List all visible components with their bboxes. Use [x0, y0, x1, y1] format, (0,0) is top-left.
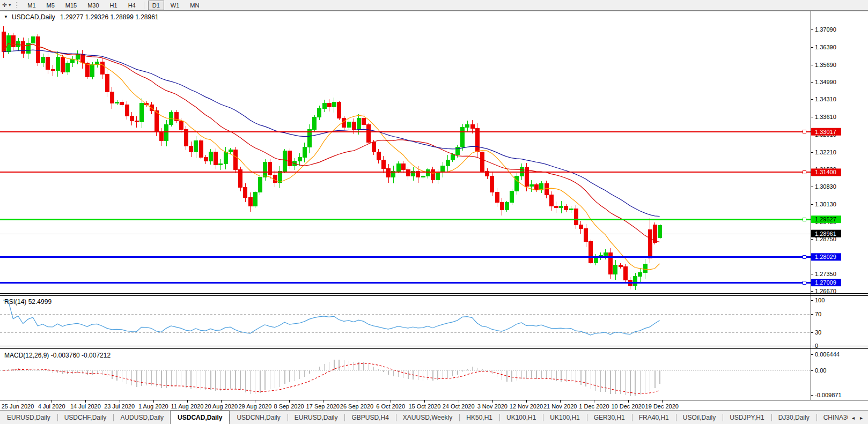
- rsi-tick-label: 100: [815, 297, 825, 303]
- tab-uk100-h1-1[interactable]: UK100,H1: [499, 411, 543, 424]
- candle-body: [258, 177, 262, 192]
- candle-body: [61, 57, 64, 72]
- tab-usoil-daily[interactable]: USOil,Daily: [676, 411, 723, 424]
- price-tick-label: 1.27350: [815, 271, 836, 277]
- tab-scroll-right-icon[interactable]: ▸: [860, 415, 863, 421]
- tab-usdchf-daily[interactable]: USDCHF,Daily: [57, 411, 114, 424]
- candle-body: [643, 264, 647, 272]
- tab-gbpusd-h4[interactable]: GBPUSD,H4: [344, 411, 395, 424]
- toolbar-grip-icon[interactable]: [16, 2, 18, 9]
- tab-eurusd-daily-1[interactable]: EURUSD,Daily: [0, 411, 57, 424]
- chart-canvas[interactable]: ▼ USDCAD,Daily 1.29277 1.29326 1.28899 1…: [0, 11, 868, 410]
- timeframe-d1-button[interactable]: D1: [148, 1, 164, 10]
- hline-handle[interactable]: [803, 170, 806, 174]
- candle-body: [470, 124, 474, 128]
- hline-price-label: 1.28029: [815, 254, 836, 260]
- candle-body: [500, 203, 504, 210]
- cursor-tool-icon[interactable]: ✛: [2, 2, 7, 8]
- candle-body: [66, 63, 70, 72]
- tab-audusd-daily[interactable]: AUDUSD,Daily: [113, 411, 171, 424]
- macd-indicator-label: MACD(12,26,9) -0.003760 -0.007212: [4, 352, 111, 359]
- tab-uk100-h1-2[interactable]: UK100,H1: [543, 411, 586, 424]
- tab-scroll-left-icon[interactable]: ◂: [852, 415, 855, 421]
- candle-body: [318, 108, 321, 117]
- candle-body: [46, 57, 50, 69]
- macd-tick-label: 0.006444: [815, 351, 840, 358]
- date-tick-label: 14 Jul 2020: [70, 403, 101, 410]
- date-tick-label: 11 Aug 2020: [171, 403, 204, 410]
- chart-context-arrow-icon[interactable]: ▼: [4, 14, 8, 19]
- price-tick-label: 1.33610: [815, 114, 836, 120]
- date-tick-label: 12 Nov 2020: [510, 403, 543, 410]
- price-tick-label: 1.32210: [815, 149, 836, 155]
- hline-handle[interactable]: [803, 255, 806, 258]
- tab-eurusd-daily-2[interactable]: EURUSD,Daily: [288, 411, 345, 424]
- timeframe-m15-button[interactable]: M15: [61, 1, 81, 10]
- tab-hk50-h1[interactable]: HK50,H1: [459, 411, 499, 424]
- candle-body: [451, 155, 454, 160]
- drawn-objects-layer[interactable]: [0, 130, 811, 284]
- date-tick-label: 19 Dec 2020: [645, 403, 679, 410]
- candle-body: [619, 265, 622, 266]
- tab-usdcad-daily[interactable]: USDCAD,Daily: [170, 411, 230, 424]
- candle-body: [229, 150, 232, 152]
- tab-usdjpy-h1[interactable]: USDJPY,H1: [723, 411, 771, 424]
- hline-handle[interactable]: [803, 281, 806, 284]
- price-tick-label: 1.30830: [815, 183, 836, 190]
- rsi-tick-label: 0: [815, 343, 818, 349]
- price-tick-label: 1.34990: [815, 79, 836, 85]
- tab-usdcnh-daily[interactable]: USDCNH,Daily: [230, 411, 287, 424]
- candle-body: [584, 229, 588, 241]
- candle-body: [303, 147, 306, 158]
- candle-body: [589, 241, 593, 263]
- candle-body: [564, 206, 568, 210]
- timeframe-h4-button[interactable]: H4: [124, 1, 140, 10]
- ma-line-50: [3, 50, 660, 216]
- timeframe-w1-button[interactable]: W1: [166, 1, 184, 10]
- timeframe-m1-button[interactable]: M1: [23, 1, 40, 10]
- candle-body: [658, 226, 662, 237]
- tab-label: AUDUSD,Daily: [120, 414, 164, 421]
- candle-body: [189, 146, 193, 152]
- candle-body: [263, 162, 267, 177]
- chevron-down-icon[interactable]: ▾: [9, 3, 11, 8]
- hline-handle[interactable]: [803, 218, 806, 221]
- candle-body: [298, 157, 301, 161]
- timeframe-h1-button[interactable]: H1: [106, 1, 122, 10]
- hline-handle[interactable]: [803, 130, 806, 133]
- tab-ger30-h1[interactable]: GER30,H1: [587, 411, 632, 424]
- timeframe-toolbar: ✛ ▾ M1 M5 M15 M30 H1 H4 D1 W1 MN: [0, 0, 868, 11]
- timeframe-mn-button[interactable]: MN: [186, 1, 203, 10]
- candle-body: [244, 188, 247, 198]
- candle-body: [347, 122, 351, 127]
- candle-body: [150, 105, 153, 111]
- candle-body: [253, 192, 257, 206]
- candle-body: [480, 152, 484, 171]
- candle-body: [495, 192, 499, 203]
- candle-body: [130, 116, 134, 121]
- chart-title-ohlc: 1.29277 1.29326 1.28899 1.28961: [60, 13, 159, 21]
- macd-tick-label: 0.00: [815, 367, 826, 374]
- candle-body: [634, 277, 637, 286]
- date-tick-label: 26 Sep 2020: [340, 403, 373, 410]
- timeframe-m5-button[interactable]: M5: [42, 1, 59, 10]
- date-tick-label: 4 Jul 2020: [38, 403, 65, 410]
- tab-xauusd-weekly[interactable]: XAUUSD,Weekly: [396, 411, 459, 424]
- tab-fra40-h1[interactable]: FRA40,H1: [632, 411, 676, 424]
- date-tick-label: 21 Nov 2020: [543, 403, 577, 410]
- candle-body: [36, 37, 40, 63]
- candle-body: [140, 103, 144, 122]
- tab-label: USDCNH,Daily: [237, 414, 280, 421]
- macd-tick-label: -0.009871: [815, 392, 842, 398]
- candle-body: [614, 265, 617, 274]
- tab-dj30-daily[interactable]: DJ30,Daily: [771, 411, 816, 424]
- tab-label: USDCHF,Daily: [64, 414, 107, 421]
- candle-body: [574, 209, 578, 225]
- candle-body: [120, 102, 124, 105]
- candle-body: [441, 166, 445, 173]
- candle-body: [604, 252, 607, 255]
- tab-scroll-controls: ◂ ▸: [848, 411, 867, 424]
- timeframe-m30-button[interactable]: M30: [83, 1, 103, 10]
- candle-body: [381, 160, 385, 168]
- candle-body: [214, 152, 218, 165]
